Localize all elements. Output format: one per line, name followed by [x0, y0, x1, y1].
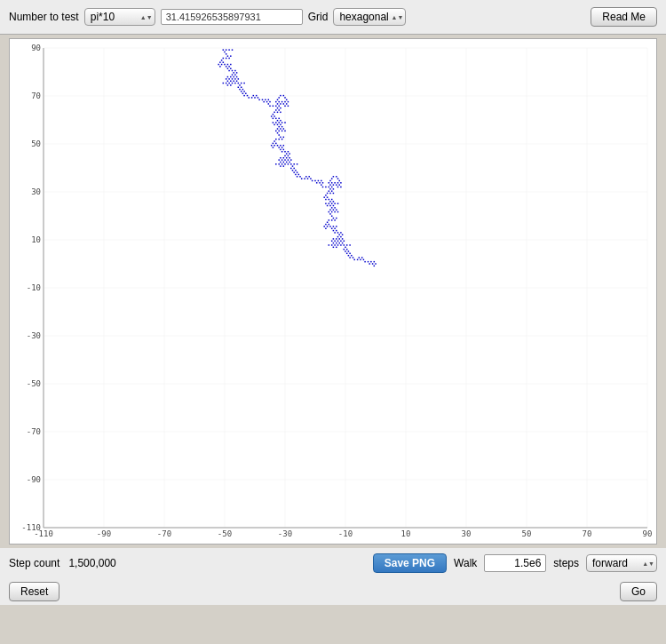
step-count-label: Step count 1,500,000	[9, 557, 116, 569]
step-count-value: 1,500,000	[68, 557, 115, 569]
number-select-wrapper: pi*10	[84, 8, 155, 26]
bottom-bar: Step count 1,500,000 Save PNG Walk steps…	[0, 548, 666, 578]
reset-button[interactable]: Reset	[9, 582, 59, 601]
save-png-button[interactable]: Save PNG	[373, 553, 447, 573]
grid-select-wrapper: hexagonal	[333, 8, 406, 26]
top-bar: Number to test pi*10 31.415926535897931 …	[0, 0, 666, 35]
grid-select[interactable]: hexagonal	[333, 8, 406, 26]
direction-select[interactable]: forward	[586, 554, 657, 572]
go-button[interactable]: Go	[620, 582, 657, 601]
number-to-test-label: Number to test	[9, 11, 79, 23]
walk-label: Walk	[454, 557, 477, 569]
number-select[interactable]: pi*10	[84, 8, 155, 26]
grid-label: Grid	[308, 11, 329, 23]
walk-input[interactable]	[484, 554, 546, 572]
computed-value-display: 31.415926535897931	[161, 9, 303, 25]
direction-select-wrapper: forward	[586, 554, 657, 572]
steps-label: steps	[553, 557, 579, 569]
bottom-bar-row2: Reset Go	[0, 578, 666, 605]
main-canvas	[10, 39, 656, 544]
chart-area	[9, 38, 657, 545]
read-me-button[interactable]: Read Me	[591, 7, 657, 27]
step-count-text: Step count	[9, 557, 59, 569]
